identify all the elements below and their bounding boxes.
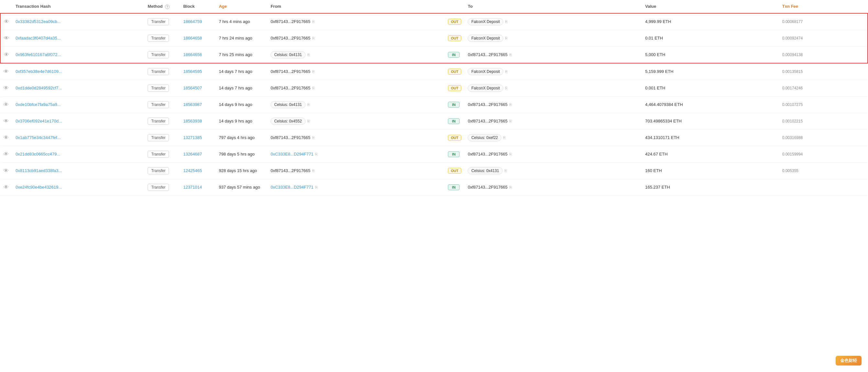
eye-icon[interactable]: 👁 — [4, 184, 9, 190]
value-text: 0.001 ETH — [645, 86, 665, 90]
tx-hash-link[interactable]: 0xe24fc90e4be432619... — [16, 185, 62, 190]
eye-icon[interactable]: 👁 — [4, 102, 9, 107]
from-named-address[interactable]: Celsius: 0x4552 — [271, 118, 305, 125]
to-named-address[interactable]: FalconX Deposit — [468, 68, 503, 75]
table-row: 👁0xfaadac3f0407d4a35...Transfer186646587… — [0, 30, 868, 46]
to-named-address[interactable]: FalconX Deposit — [468, 35, 503, 42]
tx-hash-link[interactable]: 0xf357eb38e4e7d6109... — [16, 69, 62, 74]
copy-icon[interactable]: ⎘ — [505, 20, 507, 24]
eye-icon[interactable]: 👁 — [4, 52, 9, 57]
from-cell: 0xf87143...2F917665 ⎘ — [271, 86, 441, 90]
copy-icon[interactable]: ⎘ — [503, 136, 505, 140]
age-text: 7 hrs 4 mins ago — [219, 19, 250, 24]
block-link[interactable]: 12371014 — [183, 185, 202, 190]
copy-icon[interactable]: ⎘ — [509, 53, 512, 57]
to-named-address[interactable]: Celsius: 0xef22 — [468, 134, 501, 141]
age-text: 798 days 5 hrs ago — [219, 152, 255, 156]
tx-hash-link[interactable]: 0xde10bfce7fa9a75a9... — [16, 102, 61, 107]
copy-icon[interactable]: ⎘ — [312, 36, 315, 40]
direction-badge: OUT — [448, 35, 461, 41]
value-text: 703.49865334 ETH — [645, 119, 682, 123]
table-row: 👁0x3706ef092e41e170d...Transfer185639381… — [0, 113, 868, 129]
block-link[interactable]: 18563938 — [183, 119, 202, 123]
tx-hash-link[interactable]: 0x3706ef092e41e170d... — [16, 119, 62, 123]
block-link[interactable]: 13271385 — [183, 135, 202, 140]
tx-hash-link[interactable]: 0x33382d5312ea09cb... — [16, 19, 61, 24]
block-link[interactable]: 12425465 — [183, 168, 202, 173]
txn-fee-text: 0.00159994 — [782, 152, 803, 156]
table-row: 👁0x33382d5312ea09cb...Transfer186647597 … — [0, 13, 868, 30]
from-cell: 0xf87143...2F917665 ⎘ — [271, 168, 441, 173]
copy-icon[interactable]: ⎘ — [509, 152, 512, 156]
age-text: 7 hrs 25 mins ago — [219, 52, 252, 57]
copy-icon[interactable]: ⎘ — [307, 103, 310, 107]
from-cell: Celsius: 0x4131 ⎘ — [271, 101, 441, 108]
to-address-text: 0xf87143...2F917665 — [468, 119, 507, 123]
copy-icon[interactable]: ⎘ — [312, 169, 315, 173]
eye-icon[interactable]: 👁 — [4, 151, 9, 157]
block-link[interactable]: 18664656 — [183, 52, 202, 57]
copy-icon[interactable]: ⎘ — [315, 152, 317, 156]
block-link[interactable]: 18564507 — [183, 86, 202, 90]
method-help-icon[interactable]: ? — [165, 4, 169, 9]
block-link[interactable]: 18664759 — [183, 19, 202, 24]
block-link[interactable]: 18564595 — [183, 69, 202, 74]
eye-icon[interactable]: 👁 — [4, 118, 9, 124]
eye-icon[interactable]: 👁 — [4, 35, 9, 41]
tx-hash-link[interactable]: 0x963fe610167a6f072... — [16, 52, 61, 57]
col-header-age[interactable]: Age — [216, 0, 267, 13]
direction-badge: OUT — [448, 19, 461, 25]
to-named-address[interactable]: FalconX Deposit — [468, 85, 503, 92]
to-named-address[interactable]: Celsius: 0x4131 — [468, 167, 502, 174]
copy-icon[interactable]: ⎘ — [509, 119, 512, 123]
col-header-to: To — [464, 0, 642, 13]
txn-fee-text: 0.00092474 — [782, 36, 803, 40]
tx-hash-link[interactable]: 0xd1dde0d2849592cf7... — [16, 86, 62, 90]
to-cell: 0xf87143...2F917665 ⎘ — [468, 185, 639, 190]
from-named-address[interactable]: Celsius: 0x4131 — [271, 51, 305, 58]
from-address-link[interactable]: 0xC333E8...D294F771 — [271, 152, 313, 156]
method-badge: Transfer — [148, 184, 169, 191]
copy-icon[interactable]: ⎘ — [307, 119, 310, 123]
method-badge: Transfer — [148, 85, 169, 92]
copy-icon[interactable]: ⎘ — [312, 86, 315, 90]
age-text: 14 days 9 hrs ago — [219, 102, 252, 107]
copy-icon[interactable]: ⎘ — [307, 53, 310, 57]
from-cell: Celsius: 0x4552 ⎘ — [271, 118, 441, 125]
col-header-fee[interactable]: Txn Fee — [779, 0, 868, 13]
to-named-address[interactable]: FalconX Deposit — [468, 18, 503, 25]
value-text: 160 ETH — [645, 168, 661, 173]
from-address-text: 0xf87143...2F917665 — [271, 168, 310, 173]
copy-icon[interactable]: ⎘ — [504, 169, 507, 173]
block-link[interactable]: 18664658 — [183, 36, 202, 40]
copy-icon[interactable]: ⎘ — [505, 36, 507, 40]
copy-icon[interactable]: ⎘ — [312, 20, 315, 24]
copy-icon[interactable]: ⎘ — [509, 103, 512, 107]
copy-icon[interactable]: ⎘ — [312, 136, 315, 140]
age-text: 14 days 7 hrs ago — [219, 69, 252, 74]
copy-icon[interactable]: ⎘ — [312, 69, 315, 74]
eye-icon[interactable]: 👁 — [4, 19, 9, 24]
copy-icon[interactable]: ⎘ — [315, 185, 317, 190]
from-address-link[interactable]: 0xC333E8...D294F771 — [271, 185, 313, 190]
block-link[interactable]: 13264687 — [183, 152, 202, 156]
tx-hash-link[interactable]: 0x1ab775e34c3447fef... — [16, 135, 61, 140]
copy-icon[interactable]: ⎘ — [509, 185, 512, 190]
eye-icon[interactable]: 👁 — [4, 135, 9, 140]
eye-icon[interactable]: 👁 — [4, 168, 9, 173]
to-cell: FalconX Deposit ⎘ — [468, 68, 639, 75]
method-badge: Transfer — [148, 151, 169, 158]
to-address-text: 0xf87143...2F917665 — [468, 102, 507, 107]
block-link[interactable]: 18563987 — [183, 102, 202, 107]
from-named-address[interactable]: Celsius: 0x4131 — [271, 101, 305, 108]
table-row: 👁0xd1dde0d2849592cf7...Transfer185645071… — [0, 80, 868, 96]
tx-hash-link[interactable]: 0x8113cb91aed338fa3... — [16, 168, 62, 173]
eye-icon[interactable]: 👁 — [4, 69, 9, 74]
transactions-table: Transaction Hash Method ? Block Age From… — [0, 0, 868, 196]
copy-icon[interactable]: ⎘ — [505, 86, 507, 90]
direction-badge: IN — [448, 102, 460, 108]
copy-icon[interactable]: ⎘ — [505, 69, 507, 74]
tx-hash-link[interactable]: 0x21dd83c0665cc479... — [16, 152, 60, 156]
tx-hash-link[interactable]: 0xfaadac3f0407d4a35... — [16, 36, 61, 40]
eye-icon[interactable]: 👁 — [4, 85, 9, 91]
